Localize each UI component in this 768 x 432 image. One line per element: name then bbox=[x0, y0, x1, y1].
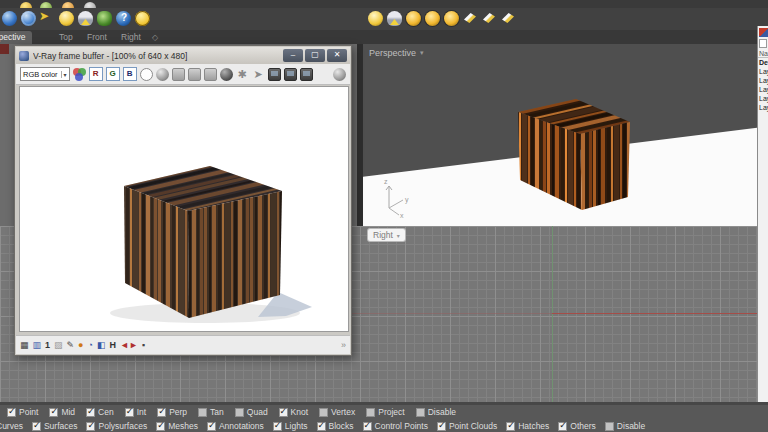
filter-others-checkbox[interactable]: Others bbox=[558, 421, 596, 431]
point-light-icon[interactable] bbox=[406, 11, 421, 26]
viewport-title[interactable]: Perspective ▾ bbox=[369, 48, 424, 58]
spot-light-icon[interactable] bbox=[387, 11, 402, 26]
omni-light-icon[interactable] bbox=[59, 11, 74, 26]
rgb-channels-icon[interactable] bbox=[73, 68, 86, 81]
region-render-icon[interactable] bbox=[268, 68, 281, 81]
one-to-one-button[interactable]: 1 bbox=[45, 339, 50, 351]
filter-polysurfaces-checkbox[interactable]: Polysurfaces bbox=[86, 421, 147, 431]
viewport-right-title-text: Right bbox=[373, 230, 393, 240]
vray-plane-icon[interactable] bbox=[97, 11, 112, 26]
osnap-mid-checkbox[interactable]: Mid bbox=[49, 407, 75, 417]
help-icon[interactable] bbox=[116, 11, 131, 26]
dome-light-icon[interactable] bbox=[444, 11, 459, 26]
compare-b-icon[interactable] bbox=[300, 68, 313, 81]
new-tab-icon[interactable]: ◇ bbox=[152, 33, 158, 42]
layer-row[interactable]: Layer 01 bbox=[758, 67, 768, 76]
checkbox-label: Project bbox=[378, 407, 404, 417]
region-icon[interactable]: ▪ bbox=[142, 339, 145, 351]
clear-image-icon[interactable] bbox=[204, 68, 217, 81]
vray-ball-icon[interactable] bbox=[2, 11, 17, 26]
pen-icon[interactable]: ✎ bbox=[67, 339, 75, 351]
layers-panel[interactable]: Name Default Layer 01 Layer 02 Layer 03 … bbox=[757, 26, 768, 402]
dim-square-icon[interactable]: ▨ bbox=[54, 339, 63, 351]
filter-blocks-checkbox[interactable]: Blocks bbox=[317, 421, 354, 431]
minimize-button[interactable]: – bbox=[283, 49, 303, 62]
viewport-perspective[interactable]: z y x bbox=[363, 44, 757, 226]
close-button[interactable]: ✕ bbox=[327, 49, 347, 62]
red-channel-button[interactable]: R bbox=[89, 67, 103, 81]
alpha-channel-icon[interactable] bbox=[140, 68, 153, 81]
checkbox-label: Cen bbox=[98, 407, 114, 417]
tab-front[interactable]: Front bbox=[80, 31, 114, 44]
osnap-knot-checkbox[interactable]: Knot bbox=[279, 407, 309, 417]
osnap-int-checkbox[interactable]: Int bbox=[125, 407, 146, 417]
osnap-cen-checkbox[interactable]: Cen bbox=[86, 407, 114, 417]
filter-control-points-checkbox[interactable]: Control Points bbox=[363, 421, 428, 431]
load-image-icon[interactable] bbox=[188, 68, 201, 81]
checkbox-label: Point Clouds bbox=[449, 421, 497, 431]
filter-surfaces-checkbox[interactable]: Surfaces bbox=[32, 421, 78, 431]
omni-light-icon[interactable] bbox=[368, 11, 383, 26]
vfb-window[interactable]: V-Ray frame buffer - [100% of 640 x 480]… bbox=[14, 45, 352, 356]
osnap-quad-checkbox[interactable]: Quad bbox=[235, 407, 268, 417]
histogram-icon[interactable]: ▥ bbox=[33, 339, 42, 351]
maximize-button[interactable]: ▢ bbox=[305, 49, 325, 62]
osnap-perp-checkbox[interactable]: Perp bbox=[157, 407, 187, 417]
ies-light-icon[interactable] bbox=[463, 11, 478, 26]
green-channel-button[interactable]: G bbox=[106, 67, 120, 81]
levels-icon[interactable]: ◧ bbox=[97, 339, 106, 351]
sun-light-icon[interactable] bbox=[425, 11, 440, 26]
layer-row[interactable]: Layer 02 bbox=[758, 76, 768, 85]
filter-point-clouds-checkbox[interactable]: Point Clouds bbox=[437, 421, 497, 431]
chevron-down-icon[interactable]: ▾ bbox=[397, 232, 400, 239]
dark-sphere-icon[interactable] bbox=[220, 68, 233, 81]
filter-curves-checkbox[interactable]: Curves bbox=[0, 421, 23, 431]
curve-icon[interactable]: ◔ bbox=[88, 339, 93, 351]
track-mouse-icon[interactable]: ◄► bbox=[120, 339, 138, 351]
spot-light-icon[interactable] bbox=[78, 11, 93, 26]
ies-light-2-icon[interactable] bbox=[482, 11, 497, 26]
vray-options-icon[interactable] bbox=[21, 11, 36, 26]
filter-disable-checkbox[interactable]: Disable bbox=[605, 421, 645, 431]
tab-right[interactable]: Right bbox=[114, 31, 148, 44]
filter-lights-checkbox[interactable]: Lights bbox=[273, 421, 308, 431]
mono-sphere-icon[interactable] bbox=[156, 68, 169, 81]
osnap-project-checkbox[interactable]: Project bbox=[366, 407, 404, 417]
export-proxy-icon[interactable] bbox=[40, 11, 55, 26]
expand-icon[interactable]: » bbox=[341, 340, 346, 350]
checkbox-label: Tan bbox=[210, 407, 224, 417]
filter-annotations-checkbox[interactable]: Annotations bbox=[207, 421, 264, 431]
blue-channel-button[interactable]: B bbox=[123, 67, 137, 81]
grid-icon[interactable]: ▦ bbox=[20, 339, 29, 351]
ies-light-3-icon[interactable] bbox=[501, 11, 516, 26]
lens-effects-icon[interactable]: ✱ bbox=[236, 68, 249, 81]
save-image-icon[interactable] bbox=[172, 68, 185, 81]
viewport-tabs: Perspective Top Front Right ◇ bbox=[0, 30, 768, 44]
osnap-tan-checkbox[interactable]: Tan bbox=[198, 407, 224, 417]
layer-row[interactable]: Default bbox=[758, 58, 768, 67]
viewport-right-title[interactable]: Right ▾ bbox=[368, 229, 405, 241]
channel-select[interactable]: RGB color ▾ bbox=[20, 67, 70, 81]
stamp-icon[interactable] bbox=[333, 68, 346, 81]
osnap-point-checkbox[interactable]: Point bbox=[7, 407, 38, 417]
about-icon[interactable] bbox=[135, 11, 150, 26]
vfb-titlebar[interactable]: V-Ray frame buffer - [100% of 640 x 480]… bbox=[16, 47, 350, 64]
layer-row[interactable]: Layer 05 bbox=[758, 103, 768, 112]
vray-material-icon[interactable] bbox=[759, 28, 768, 37]
new-layer-icon[interactable] bbox=[759, 39, 767, 48]
histogram-h-button[interactable]: H bbox=[110, 339, 117, 351]
filter-meshes-checkbox[interactable]: Meshes bbox=[156, 421, 198, 431]
layer-row[interactable]: Layer 04 bbox=[758, 94, 768, 103]
layer-row[interactable]: Layer 03 bbox=[758, 85, 768, 94]
tab-perspective[interactable]: Perspective bbox=[0, 31, 32, 44]
tab-top[interactable]: Top bbox=[52, 31, 80, 44]
pointer-icon[interactable]: ➤ bbox=[252, 68, 265, 81]
checkbox-label: Annotations bbox=[219, 421, 264, 431]
compare-a-icon[interactable] bbox=[284, 68, 297, 81]
color-correction-icon[interactable]: ● bbox=[78, 339, 83, 351]
filter-hatches-checkbox[interactable]: Hatches bbox=[506, 421, 549, 431]
osnap-vertex-checkbox[interactable]: Vertex bbox=[319, 407, 355, 417]
chevron-down-icon[interactable]: ▾ bbox=[420, 49, 424, 57]
osnap-disable-checkbox[interactable]: Disable bbox=[416, 407, 456, 417]
viewport-cube[interactable] bbox=[363, 44, 757, 226]
